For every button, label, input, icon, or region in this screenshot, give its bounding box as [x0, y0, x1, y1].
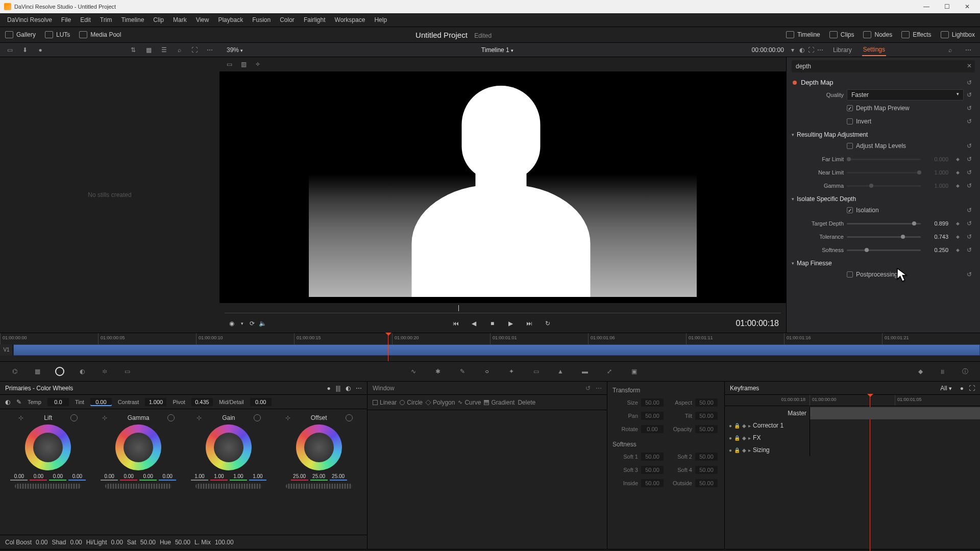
tab-settings[interactable]: Settings	[862, 44, 886, 56]
mini-timeline[interactable]: 01:00:00:00 01:00:00:05 01:00:00:10 01:0…	[0, 333, 980, 361]
close-button[interactable]: ✕	[959, 1, 976, 12]
menu-app[interactable]: DaVinci Resolve	[3, 14, 56, 26]
corrector-track[interactable]	[810, 419, 980, 432]
bypass-icon[interactable]: ◐	[797, 46, 806, 54]
temp-value[interactable]: 0.0	[47, 398, 69, 406]
soft3-value[interactable]: 50.00	[641, 466, 664, 474]
target-depth-value[interactable]: 0.899	[924, 220, 948, 227]
menu-timeline[interactable]: Timeline	[117, 14, 148, 26]
loop-playback-button[interactable]: ↻	[543, 318, 553, 329]
menu-clip[interactable]: Clip	[149, 14, 168, 26]
grid-view-icon[interactable]: ▦	[144, 46, 153, 54]
gallery-toggle[interactable]: Gallery	[5, 31, 36, 38]
section-result-map[interactable]: ▾Resulting Map Adjustment	[787, 128, 980, 139]
clips-toggle[interactable]: Clips	[829, 31, 854, 38]
gain-y-handle-icon[interactable]: ⊹	[197, 414, 204, 421]
tc-dropdown-icon[interactable]: ▾	[788, 46, 797, 54]
inspector-search-icon[interactable]: ⌕	[945, 46, 954, 54]
image-wipe-icon[interactable]: ▭	[225, 60, 234, 68]
curve-shape-button[interactable]: ∿Curve	[458, 399, 481, 406]
gain-reset-icon[interactable]	[254, 414, 261, 421]
luts-toggle[interactable]: LUTs	[45, 31, 70, 38]
invert-checkbox[interactable]	[847, 118, 853, 124]
mediapool-toggle[interactable]: Media Pool	[79, 31, 121, 38]
expand-viewer-icon[interactable]: ⛶	[806, 46, 816, 54]
dot-icon[interactable]: ●	[36, 46, 45, 54]
preview-checkbox[interactable]	[847, 105, 853, 111]
wheels-mode-dot-icon[interactable]: ●	[327, 385, 330, 392]
pan-value[interactable]: 50.00	[641, 412, 664, 420]
quality-select[interactable]: Faster▾	[847, 89, 964, 101]
gradient-shape-button[interactable]: Gradient	[484, 399, 514, 406]
postprocessing-reset-icon[interactable]: ↺	[967, 271, 974, 278]
prev-frame-button[interactable]: ◀	[469, 318, 479, 329]
video-clip[interactable]	[13, 344, 980, 356]
invert-reset-icon[interactable]: ↺	[967, 118, 974, 125]
camera-raw-icon[interactable]: ⌬	[9, 366, 20, 377]
effects-search-input[interactable]	[792, 60, 975, 72]
gamma-jog[interactable]	[105, 484, 172, 489]
timeline-ruler[interactable]: 01:00:00:00 01:00:00:05 01:00:00:10 01:0…	[0, 333, 980, 344]
menu-workspace[interactable]: Workspace	[331, 14, 370, 26]
primaries-more-icon[interactable]: ⋯	[356, 385, 362, 392]
rgb-mixer-icon[interactable]: ፨	[99, 366, 110, 377]
unmix-icon[interactable]: ◉	[227, 318, 237, 329]
keyframes-mode-icon[interactable]: ◆	[915, 366, 926, 377]
viewer-scrubber[interactable]	[225, 304, 781, 313]
play-button[interactable]: ▶	[506, 318, 516, 329]
nodes-toggle[interactable]: Nodes	[863, 31, 892, 38]
chevron-down-icon[interactable]: ▾	[237, 318, 247, 329]
target-reset-icon[interactable]: ↺	[967, 220, 974, 227]
picker-icon[interactable]: ◐	[5, 398, 10, 406]
contrast-value[interactable]: 1.000	[145, 398, 166, 406]
tilt-value[interactable]: 50.00	[695, 412, 718, 420]
track-label-v1[interactable]: V1	[0, 344, 13, 356]
maximize-button[interactable]: ☐	[938, 1, 955, 12]
sat-value[interactable]: 50.00	[140, 539, 156, 546]
source-timecode[interactable]: 00:00:00:00	[752, 46, 784, 54]
softness-kf[interactable]: ◆	[951, 247, 964, 253]
circle-shape-button[interactable]: Circle	[400, 399, 423, 406]
timeline-name[interactable]: Timeline 1 ▾	[481, 46, 513, 54]
section-finesse[interactable]: ▾Map Finesse	[787, 257, 980, 268]
magic-mask-icon[interactable]: ▭	[530, 366, 542, 377]
expand-icon[interactable]: ⛶	[190, 46, 199, 54]
linear-shape-button[interactable]: Linear	[373, 399, 397, 406]
gamma-reset-icon[interactable]	[167, 414, 175, 421]
mute-icon[interactable]: 🔈	[257, 318, 267, 329]
search-icon[interactable]: ⌕	[175, 46, 184, 54]
clear-search-icon[interactable]: ✕	[967, 62, 972, 69]
target-kf[interactable]: ◆	[951, 221, 964, 226]
motion-effects-icon[interactable]: ▭	[121, 366, 133, 377]
viewer-timecode[interactable]: 01:00:00:18	[736, 319, 779, 328]
tint-value[interactable]: 0.00	[90, 398, 112, 406]
preview-reset-icon[interactable]: ↺	[967, 105, 974, 112]
menu-mark[interactable]: Mark	[169, 14, 191, 26]
scopes-icon[interactable]: ⫼	[937, 366, 948, 377]
info-icon[interactable]: ⓘ	[960, 366, 971, 377]
softness-slider[interactable]	[847, 249, 921, 251]
list-view-icon[interactable]: ☰	[159, 46, 168, 54]
tolerance-slider[interactable]	[847, 236, 921, 238]
section-isolate[interactable]: ▾Isolate Specific Depth	[787, 192, 980, 204]
adjust-levels-reset-icon[interactable]: ↺	[967, 142, 974, 149]
stills-view-icon[interactable]: ▭	[5, 46, 14, 54]
first-frame-button[interactable]: ⏮	[451, 318, 461, 329]
lift-jog[interactable]	[15, 484, 81, 489]
tracker-icon[interactable]: ✦	[506, 366, 517, 377]
bars-mode-icon[interactable]: |||	[336, 385, 340, 392]
auto-balance-icon[interactable]: ✎	[16, 398, 21, 406]
menu-playback[interactable]: Playback	[214, 14, 247, 26]
outside-value[interactable]: 50.00	[695, 479, 718, 487]
color-wheels-icon[interactable]	[54, 366, 65, 377]
window-icon[interactable]: ○	[481, 366, 493, 377]
delete-shape-button[interactable]: Delete	[518, 399, 535, 406]
menu-view[interactable]: View	[192, 14, 213, 26]
viewer-more-icon[interactable]: ⋯	[816, 46, 825, 54]
polygon-shape-button[interactable]: Polygon	[426, 399, 455, 406]
kf-dot-icon[interactable]: ●	[960, 385, 964, 392]
master-row-label[interactable]: Master	[788, 410, 806, 417]
fx-enable-dot[interactable]	[793, 81, 797, 85]
menu-color[interactable]: Color	[276, 14, 299, 26]
menu-help[interactable]: Help	[370, 14, 391, 26]
